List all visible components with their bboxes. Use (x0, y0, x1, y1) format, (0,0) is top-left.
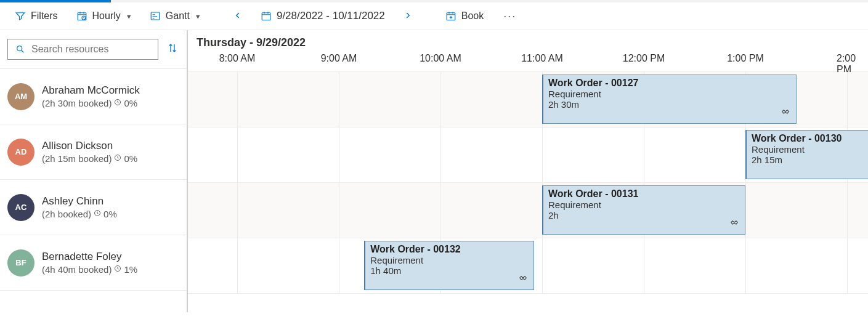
svg-point-5 (17, 46, 22, 51)
hourly-label: Hourly (92, 10, 121, 22)
filters-button[interactable]: Filters (11, 8, 62, 24)
filters-label: Filters (31, 10, 58, 22)
toolbar: Filters Hourly ▾ Gantt ▾ 9/28/2022 - 10/… (0, 2, 868, 30)
filter-icon (15, 10, 26, 22)
gantt-icon (150, 10, 161, 22)
booking-block[interactable]: Work Order - 00130 Requirement 2h 15m (745, 130, 868, 179)
booking-duration: 1h 40m (370, 265, 529, 276)
hour-label: 9:00 AM (321, 53, 357, 64)
resource-name: Abraham McCormick (42, 84, 140, 97)
hour-label: 1:00 PM (727, 53, 764, 64)
resource-subtext: (2h booked) 0% (42, 209, 117, 219)
sort-button[interactable] (164, 40, 180, 59)
timeline-row[interactable]: Work Order - 00127 Requirement 2h 30m (188, 72, 868, 127)
hour-label: 12:00 PM (623, 53, 665, 64)
date-range-label: 9/28/2022 - 10/11/2022 (277, 10, 385, 22)
booking-subtitle: Requirement (752, 144, 868, 155)
resource-name: Ashley Chinn (42, 195, 117, 208)
book-button[interactable]: Book (442, 8, 487, 24)
book-label: Book (461, 10, 484, 22)
prev-date-button[interactable] (230, 10, 246, 23)
resource-row[interactable]: AD Allison Dickson (2h 15m booked) 0% (0, 124, 187, 180)
clock-icon (114, 99, 121, 108)
chevron-down-icon: ▾ (196, 12, 200, 21)
search-icon (15, 44, 25, 54)
resource-name: Bernadette Foley (42, 251, 137, 263)
booking-duration: 2h (548, 210, 740, 220)
clock-icon (114, 265, 121, 274)
search-resources-input[interactable] (7, 39, 158, 60)
resource-subtext: (4h 40m booked) 1% (42, 264, 137, 275)
next-date-button[interactable] (400, 10, 416, 23)
resource-row[interactable]: BF Bernadette Foley (4h 40m booked) 1% (0, 235, 187, 291)
handshake-icon (729, 217, 740, 230)
booking-title: Work Order - 00131 (548, 188, 740, 200)
hour-label: 11:00 AM (521, 53, 563, 64)
gantt-label: Gantt (166, 10, 190, 22)
avatar: AM (7, 83, 34, 110)
booking-subtitle: Requirement (370, 255, 529, 265)
booking-duration: 2h 30m (548, 99, 791, 110)
resource-sidebar: AM Abraham McCormick (2h 30m booked) 0% … (0, 30, 188, 312)
calendar-clock-icon (76, 10, 87, 22)
more-menu-button[interactable]: ··· (498, 10, 521, 23)
resource-subtext: (2h 30m booked) 0% (42, 98, 140, 108)
avatar: AC (7, 194, 34, 221)
handshake-icon (780, 106, 791, 119)
booking-title: Work Order - 00132 (370, 244, 529, 255)
resource-row[interactable]: AM Abraham McCormick (2h 30m booked) 0% (0, 69, 187, 124)
booking-subtitle: Requirement (548, 200, 740, 210)
hour-label: 8:00 AM (219, 53, 256, 64)
booking-title: Work Order - 00127 (548, 78, 791, 89)
avatar: AD (7, 139, 34, 166)
handshake-icon (517, 272, 529, 286)
booking-block[interactable]: Work Order - 00127 Requirement 2h 30m (542, 75, 797, 124)
resource-name: Allison Dickson (42, 140, 137, 152)
timeline-row[interactable]: Work Order - 00132 Requirement 1h 40m (188, 238, 868, 294)
hourly-dropdown[interactable]: Hourly ▾ (73, 8, 135, 24)
booking-title: Work Order - 00130 (752, 133, 868, 144)
svg-rect-2 (151, 12, 160, 20)
svg-rect-3 (262, 13, 270, 20)
search-field[interactable] (31, 44, 150, 55)
timeline: Thursday - 9/29/2022 8:00 AM9:00 AM10:00… (188, 30, 868, 312)
booking-subtitle: Requirement (548, 89, 791, 99)
avatar: BF (7, 249, 34, 277)
calendar-add-icon (445, 10, 456, 22)
date-range-picker[interactable]: 9/28/2022 - 10/11/2022 (257, 7, 389, 25)
clock-icon (114, 154, 121, 163)
calendar-icon (261, 10, 272, 22)
timeline-row[interactable]: Work Order - 00131 Requirement 2h (188, 183, 868, 238)
gantt-dropdown[interactable]: Gantt ▾ (146, 8, 204, 24)
booking-block[interactable]: Work Order - 00132 Requirement 1h 40m (364, 241, 534, 290)
timeline-row[interactable]: Work Order - 00130 Requirement 2h 15m (188, 127, 868, 183)
booking-duration: 2h 15m (752, 155, 868, 165)
hour-label: 10:00 AM (420, 53, 461, 64)
resource-subtext: (2h 15m booked) 0% (42, 153, 137, 164)
clock-icon (94, 209, 101, 219)
chevron-down-icon: ▾ (127, 12, 131, 21)
booking-block[interactable]: Work Order - 00131 Requirement 2h (542, 185, 745, 235)
resource-row[interactable]: AC Ashley Chinn (2h booked) 0% (0, 180, 187, 235)
day-header: Thursday - 9/29/2022 (188, 30, 868, 53)
